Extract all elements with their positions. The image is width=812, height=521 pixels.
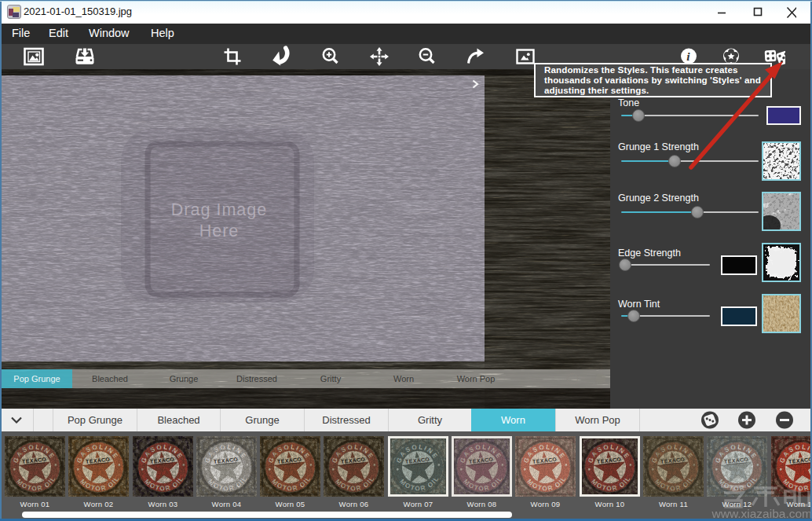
- svg-text:Worn Pop: Worn Pop: [457, 374, 496, 383]
- svg-text:Drag Image: Drag Image: [171, 200, 267, 219]
- svg-text:Grunge: Grunge: [170, 374, 199, 383]
- svg-text:Gritty: Gritty: [320, 374, 342, 383]
- svg-text:Pop Grunge: Pop Grunge: [13, 374, 60, 383]
- svg-text:www.xiazaiba.com: www.xiazaiba.com: [711, 507, 812, 519]
- svg-text:Bleached: Bleached: [92, 374, 128, 383]
- svg-text:Worn: Worn: [393, 374, 414, 383]
- svg-text:Here: Here: [199, 222, 240, 240]
- svg-text:Distressed: Distressed: [236, 374, 277, 383]
- svg-text:i: i: [686, 50, 690, 63]
